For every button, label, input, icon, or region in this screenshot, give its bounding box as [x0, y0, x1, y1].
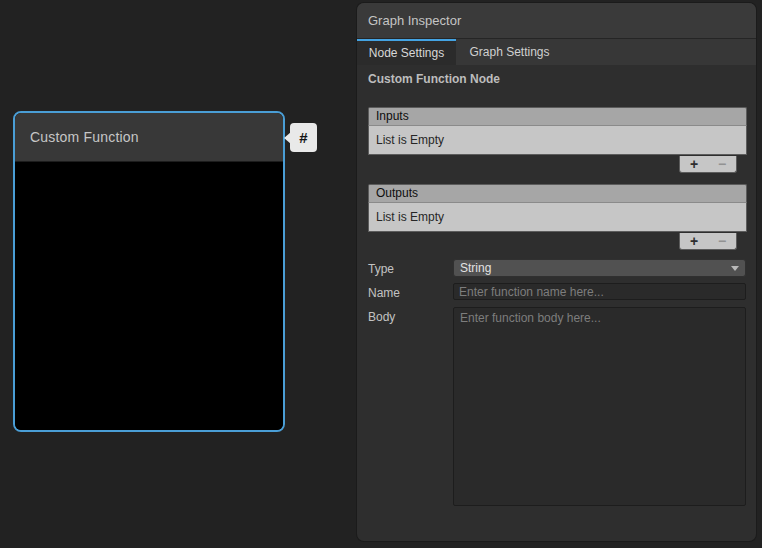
node-title: Custom Function — [30, 129, 139, 145]
outputs-list: Outputs List is Empty + − — [368, 184, 747, 232]
inspector-header[interactable]: Graph Inspector — [357, 3, 756, 39]
tab-graph-settings[interactable]: Graph Settings — [456, 39, 563, 65]
node-preview-body — [15, 162, 283, 432]
inspector-title: Graph Inspector — [368, 13, 461, 28]
custom-function-node[interactable]: Custom Function — [13, 111, 285, 432]
name-label: Name — [368, 286, 400, 300]
inputs-list-footer: + − — [679, 156, 737, 173]
node-header[interactable]: Custom Function — [15, 113, 283, 162]
type-label: Type — [368, 262, 394, 276]
outputs-remove-button[interactable]: − — [718, 234, 726, 249]
outputs-list-header: Outputs — [368, 184, 747, 203]
node-settings-content: Custom Function Node Inputs List is Empt… — [357, 65, 756, 541]
node-hash-badge[interactable]: # — [290, 123, 317, 152]
body-label: Body — [368, 310, 395, 324]
inputs-list-header: Inputs — [368, 107, 747, 126]
section-title: Custom Function Node — [368, 72, 500, 86]
graph-inspector-panel: Graph Inspector Node Settings Graph Sett… — [357, 3, 756, 541]
outputs-empty-row: List is Empty — [368, 203, 747, 232]
function-body-textarea[interactable] — [453, 307, 746, 506]
type-dropdown-value: String — [460, 261, 491, 275]
tab-node-settings[interactable]: Node Settings — [357, 39, 456, 65]
inputs-add-button[interactable]: + — [690, 157, 698, 172]
chevron-down-icon — [731, 266, 739, 271]
inputs-empty-row: List is Empty — [368, 126, 747, 155]
inputs-remove-button[interactable]: − — [718, 157, 726, 172]
outputs-add-button[interactable]: + — [690, 234, 698, 249]
hash-icon: # — [299, 129, 307, 146]
type-dropdown[interactable]: String — [453, 259, 746, 277]
outputs-list-footer: + − — [679, 233, 737, 250]
inspector-tab-strip: Node Settings Graph Settings — [357, 39, 756, 65]
inputs-list: Inputs List is Empty + − — [368, 107, 747, 155]
function-name-input[interactable] — [453, 283, 746, 300]
